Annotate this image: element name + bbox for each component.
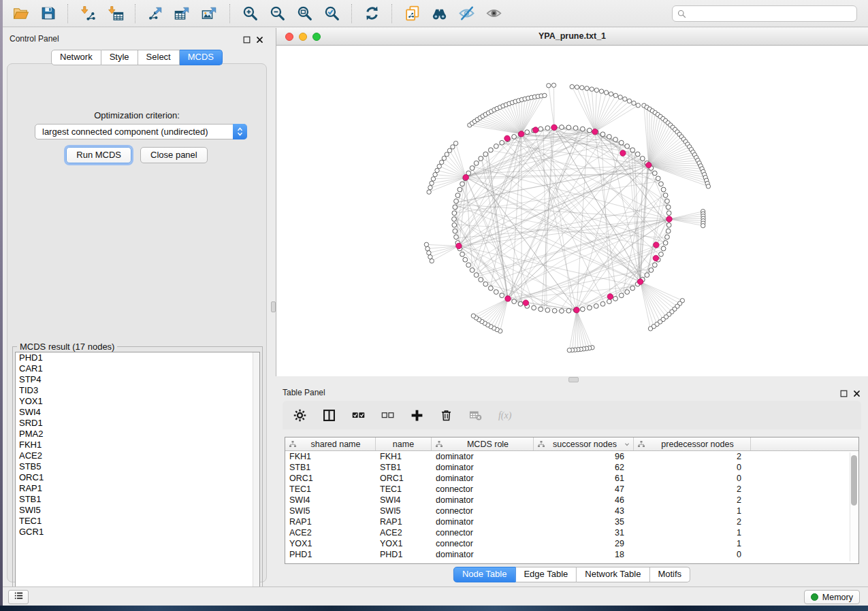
graph-hub-node[interactable] <box>637 279 643 284</box>
panel-menu-button[interactable] <box>8 590 29 604</box>
graph-node[interactable] <box>625 290 630 295</box>
column-header-shared-name[interactable]: shared name <box>285 437 376 450</box>
mcds-result-item[interactable]: STB5 <box>16 461 259 472</box>
graph-node[interactable] <box>666 222 671 227</box>
graph-node[interactable] <box>613 137 618 142</box>
graph-hub-node[interactable] <box>519 131 524 137</box>
horizontal-splitter[interactable] <box>276 376 868 383</box>
graph-node[interactable] <box>580 307 585 312</box>
graph-node[interactable] <box>600 301 605 306</box>
graph-leaf-node[interactable] <box>447 148 451 152</box>
graph-node[interactable] <box>661 187 666 192</box>
graph-leaf-node[interactable] <box>453 141 457 145</box>
graph-node[interactable] <box>659 182 664 186</box>
graph-leaf-node[interactable] <box>424 242 428 246</box>
select-all-button[interactable] <box>349 406 367 424</box>
vertical-splitter[interactable] <box>271 28 276 587</box>
graph-node[interactable] <box>483 282 488 286</box>
graph-node[interactable] <box>619 140 624 145</box>
tab-style[interactable]: Style <box>101 50 138 65</box>
graph-leaf-node[interactable] <box>706 184 710 188</box>
graph-node[interactable] <box>573 126 578 131</box>
graph-leaf-node[interactable] <box>585 86 589 90</box>
graph-leaf-node[interactable] <box>433 172 437 176</box>
graph-leaf-node[interactable] <box>451 145 455 149</box>
mcds-result-item[interactable]: TID3 <box>16 385 259 396</box>
graph-node[interactable] <box>474 161 479 165</box>
graph-leaf-node[interactable] <box>430 181 434 185</box>
graph-node[interactable] <box>600 132 605 137</box>
export-image-button[interactable] <box>196 2 223 25</box>
graph-node[interactable] <box>457 187 462 192</box>
mcds-list-scrollbar[interactable] <box>253 352 259 596</box>
delete-column-button[interactable] <box>437 406 455 424</box>
graph-leaf-node[interactable] <box>613 93 617 97</box>
graph-leaf-node[interactable] <box>439 160 443 164</box>
graph-leaf-node[interactable] <box>575 85 579 89</box>
mcds-result-item[interactable]: TEC1 <box>16 516 259 527</box>
open-session-button[interactable] <box>7 2 34 25</box>
graph-leaf-node[interactable] <box>427 250 431 254</box>
mcds-result-item[interactable]: SRD1 <box>16 418 259 429</box>
mcds-result-item[interactable]: SWI5 <box>16 505 259 516</box>
graph-leaf-node[interactable] <box>636 103 640 108</box>
graph-node[interactable] <box>488 148 493 152</box>
graph-leaf-node[interactable] <box>427 190 431 194</box>
graph-leaf-node[interactable] <box>701 223 705 227</box>
tab-edge-table[interactable]: Edge Table <box>515 567 577 582</box>
graph-leaf-node[interactable] <box>590 87 594 91</box>
table-row[interactable]: TEC1TEC1connector472 <box>285 484 858 495</box>
copy-network-button[interactable] <box>398 2 425 25</box>
import-table-button[interactable] <box>101 2 129 25</box>
graph-leaf-node[interactable] <box>551 83 556 87</box>
graph-node[interactable] <box>560 309 564 314</box>
graph-node[interactable] <box>666 205 671 210</box>
mcds-result-item[interactable]: YOX1 <box>16 396 259 407</box>
splitter-grip[interactable] <box>568 377 579 382</box>
graph-leaf-node[interactable] <box>627 99 631 103</box>
mcds-result-item[interactable]: ORC1 <box>16 472 259 483</box>
graph-node[interactable] <box>494 144 498 148</box>
column-header-successor-nodes[interactable]: successor nodes <box>534 437 634 450</box>
table-scrollbar[interactable] <box>850 452 857 561</box>
graph-node[interactable] <box>659 252 664 257</box>
graph-node[interactable] <box>661 246 666 251</box>
graph-node[interactable] <box>512 299 517 304</box>
table-scrollbar-thumb[interactable] <box>851 455 857 506</box>
graph-node[interactable] <box>518 301 523 306</box>
graph-node[interactable] <box>665 235 670 240</box>
optimization-criterion-select[interactable]: largest connected component (undirected) <box>35 124 247 139</box>
graph-node[interactable] <box>649 268 654 273</box>
graph-leaf-node[interactable] <box>594 88 598 92</box>
mcds-result-item[interactable]: CAR1 <box>16 363 259 374</box>
table-row[interactable]: ORC1ORC1dominator610 <box>285 473 858 484</box>
graph-hub-node[interactable] <box>523 300 528 306</box>
zoom-in-button[interactable] <box>236 2 263 25</box>
graph-leaf-node[interactable] <box>431 177 435 181</box>
graph-node[interactable] <box>460 252 465 257</box>
mcds-result-item[interactable]: SWI4 <box>16 407 259 418</box>
graph-leaf-node[interactable] <box>623 97 627 101</box>
mcds-result-item[interactable]: GCR1 <box>16 527 259 538</box>
graph-node[interactable] <box>640 156 645 161</box>
graph-node[interactable] <box>474 273 479 278</box>
float-window-button[interactable] <box>839 389 848 397</box>
graph-node[interactable] <box>545 126 550 131</box>
graph-leaf-node[interactable] <box>543 93 547 97</box>
search-input[interactable] <box>690 9 852 18</box>
graph-node[interactable] <box>545 308 550 312</box>
graph-node[interactable] <box>453 205 457 210</box>
close-panel-button[interactable] <box>852 389 861 397</box>
graph-hub-node[interactable] <box>592 129 598 134</box>
import-network-button[interactable] <box>74 2 101 25</box>
graph-node[interactable] <box>656 176 660 181</box>
mcds-result-item[interactable]: ACE2 <box>16 450 259 461</box>
table-row[interactable]: RAP1RAP1dominator352 <box>285 516 858 527</box>
graph-node[interactable] <box>452 222 457 227</box>
tab-select[interactable]: Select <box>138 50 180 65</box>
graph-hub-node[interactable] <box>653 255 658 261</box>
mcds-result-item[interactable]: STP4 <box>16 374 259 385</box>
add-column-button[interactable] <box>408 406 425 424</box>
tab-network[interactable]: Network <box>51 50 101 65</box>
graph-node[interactable] <box>525 130 530 135</box>
